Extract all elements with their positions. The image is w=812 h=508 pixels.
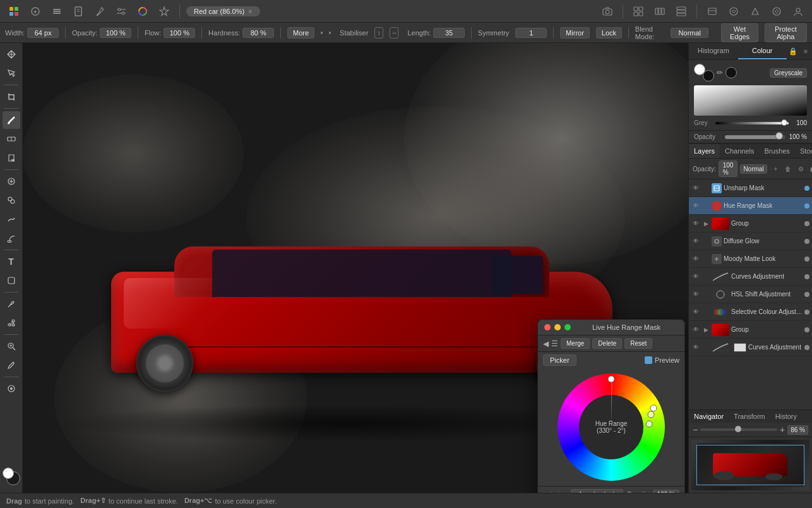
brush-tool-btn[interactable] xyxy=(3,111,20,129)
layer-item-group-2[interactable]: 👁 ▶ Group xyxy=(689,321,812,339)
output-next-icon[interactable]: ▶ xyxy=(557,490,567,493)
persona-3-icon[interactable] xyxy=(746,3,764,20)
stabiliser-icon2[interactable]: ↔ xyxy=(390,27,398,39)
canvas-area[interactable]: Live Hue Range Mask ◀ ☰ Merge Delete Res… xyxy=(23,43,688,493)
pen-tool-btn[interactable] xyxy=(3,295,20,313)
app-icon-document[interactable] xyxy=(69,3,87,20)
history-tab[interactable]: History xyxy=(770,410,802,423)
add-layer-icon[interactable]: + xyxy=(770,163,781,174)
layer-item-diffuse-glow[interactable]: 👁 Diffuse Glow xyxy=(689,233,812,250)
protect-alpha-button[interactable]: Protect Alpha xyxy=(765,23,807,42)
color-preview-swatch[interactable] xyxy=(694,85,807,116)
layer-vis-icon-4[interactable]: 👁 xyxy=(691,238,700,245)
foreground-color-swatch[interactable] xyxy=(3,468,14,479)
app-icon-colorwheel[interactable] xyxy=(134,3,152,20)
layer-vis-icon[interactable]: 👁 xyxy=(691,184,700,191)
layer-vis-icon-5[interactable]: 👁 xyxy=(691,255,700,262)
zoom-slider[interactable] xyxy=(700,428,777,431)
macro-tool-btn[interactable] xyxy=(3,380,20,397)
app-icon-layers[interactable] xyxy=(48,3,66,20)
view-columns-icon[interactable] xyxy=(651,3,669,20)
grey-slider[interactable] xyxy=(715,122,789,124)
layers-settings-icon[interactable]: ⚙ xyxy=(795,163,806,174)
shape-tool-btn[interactable] xyxy=(3,272,20,289)
user-icon[interactable] xyxy=(789,3,807,20)
hue-wheel-container[interactable]: Hue Range (330° - 2°) xyxy=(538,368,684,486)
document-tab[interactable]: Red car (86.0%) × xyxy=(186,6,260,16)
merge-button[interactable]: Merge xyxy=(561,338,590,349)
layers-mask-icon[interactable]: ⬤ xyxy=(808,163,812,174)
length-value[interactable]: 35 xyxy=(433,28,465,38)
layer-vis-icon-10[interactable]: 👁 xyxy=(691,344,700,351)
camera-icon[interactable] xyxy=(599,3,616,20)
blend-mode-value[interactable]: Normal xyxy=(671,28,708,38)
delete-button[interactable]: Delete xyxy=(592,338,622,349)
app-icon-star[interactable]: ✦ xyxy=(27,3,44,20)
navigator-tab[interactable]: Navigator xyxy=(689,410,729,423)
color-none-btn[interactable] xyxy=(725,67,737,78)
layer-expand-icon-9[interactable]: ▶ xyxy=(702,327,710,333)
panel-menu-icon[interactable]: ≡ xyxy=(799,43,812,59)
opacity-value[interactable]: 100 % xyxy=(100,28,131,38)
invert-output-button[interactable]: Invert output xyxy=(571,489,623,493)
layer-item-curves-1[interactable]: 👁 Curves Adjustment xyxy=(689,268,812,286)
layers-opacity-value[interactable]: 100 % xyxy=(719,160,738,177)
histogram-tab[interactable]: Histogram xyxy=(689,43,738,59)
dialog-minimize-button[interactable] xyxy=(554,324,561,330)
app-icon-brush[interactable] xyxy=(91,3,109,20)
channels-tab[interactable]: Channels xyxy=(720,144,759,158)
hue-opacity-value[interactable]: 100 % xyxy=(653,490,679,493)
transform-tab[interactable]: Transform xyxy=(729,410,770,423)
lock-button[interactable]: Lock xyxy=(596,27,622,39)
picker-button[interactable]: Picker xyxy=(543,354,576,366)
panel-lock-icon[interactable]: 🔒 xyxy=(787,43,799,59)
layer-vis-icon-9[interactable]: 👁 xyxy=(691,326,700,333)
zoom-tool-btn[interactable] xyxy=(3,337,20,355)
move-tool-btn[interactable] xyxy=(3,45,20,63)
layer-vis-icon-7[interactable]: 👁 xyxy=(691,291,700,298)
layer-item-hue-range-mask[interactable]: 👁 Hue Range Mask xyxy=(689,197,812,215)
symmetry-value[interactable]: 1 xyxy=(515,28,547,38)
layer-item-curves-2[interactable]: 👁 Curves Adjustment xyxy=(689,339,812,356)
layers-blend-mode-select[interactable]: Normal xyxy=(740,164,767,174)
layer-vis-icon-6[interactable]: 👁 xyxy=(691,273,700,280)
navigator-preview[interactable] xyxy=(691,440,809,490)
fg-color-btn[interactable] xyxy=(694,64,705,75)
layer-expand-icon-3[interactable]: ▶ xyxy=(702,221,710,227)
document-tab-close[interactable]: × xyxy=(248,8,252,15)
erase-tool-btn[interactable] xyxy=(3,130,20,148)
app-icon-grid[interactable] xyxy=(5,3,23,20)
layer-vis-icon-3[interactable]: 👁 xyxy=(691,220,700,227)
layer-vis-icon-8[interactable]: 👁 xyxy=(691,308,700,315)
app-icon-effects[interactable] xyxy=(155,3,173,20)
layer-vis-icon-2[interactable]: 👁 xyxy=(691,202,700,209)
opacity-slider[interactable] xyxy=(725,135,785,139)
stock-tab[interactable]: Stock xyxy=(795,144,812,158)
layer-item-selective[interactable]: 👁 Selective Colour Adjustment xyxy=(689,303,812,321)
reset-button[interactable]: Reset xyxy=(624,338,652,349)
stabiliser-icon1[interactable]: ↕ xyxy=(374,27,383,39)
more-button[interactable]: More xyxy=(287,27,314,39)
brushes-tab[interactable]: Brushes xyxy=(760,144,795,158)
crop-tool-btn[interactable] xyxy=(3,88,20,106)
dodge-tool-btn[interactable] xyxy=(3,229,20,247)
persona-1-icon[interactable] xyxy=(703,3,721,20)
dialog-close-button[interactable] xyxy=(544,324,551,330)
flow-value[interactable]: 100 % xyxy=(164,28,195,38)
preview-checkbox[interactable]: Preview xyxy=(645,356,679,364)
layer-item-moody-matte[interactable]: 👁 Moody Matte Look xyxy=(689,250,812,268)
view-rows-icon[interactable] xyxy=(672,3,690,20)
text-tool-btn[interactable]: T xyxy=(3,253,20,270)
layer-item-hsl[interactable]: 👁 HSL Shift Adjustment xyxy=(689,286,812,303)
app-icon-adjustments[interactable] xyxy=(112,3,130,20)
greyscale-mode-btn[interactable]: Greyscale xyxy=(770,68,807,78)
dialog-maximize-button[interactable] xyxy=(564,324,571,330)
hue-tool-prev-icon[interactable]: ◀ xyxy=(543,339,549,348)
layer-item-unsharp-mask[interactable]: 👁 Unsharp Mask xyxy=(689,179,812,197)
zoom-in-btn[interactable]: + xyxy=(780,425,785,435)
view-grid-icon[interactable] xyxy=(630,3,647,20)
mirror-button[interactable]: Mirror xyxy=(560,27,590,39)
eyedropper-tool-btn[interactable] xyxy=(3,356,20,374)
hardness-value[interactable]: 80 % xyxy=(242,28,274,38)
layer-item-group-1[interactable]: 👁 ▶ Group xyxy=(689,215,812,233)
